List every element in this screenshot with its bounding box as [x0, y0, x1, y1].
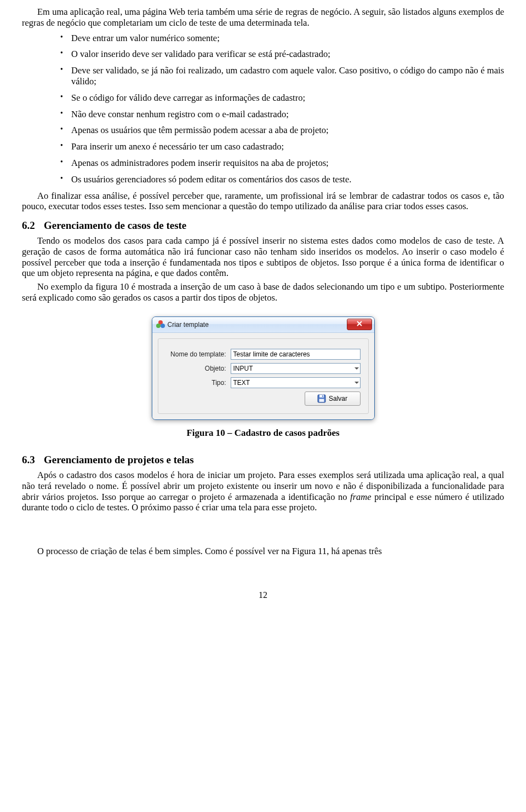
- close-icon: [357, 320, 362, 328]
- list-item: O valor inserido deve ser validado para …: [60, 49, 504, 60]
- combo-value: INPUT: [233, 365, 253, 372]
- svg-rect-1: [319, 395, 324, 398]
- list-item: Deve ser validado, se já não foi realiza…: [60, 65, 504, 87]
- dialog-window: Criar template Nome do template: Testar …: [152, 316, 375, 420]
- heading-title: Gerenciamento de casos de teste: [44, 220, 186, 231]
- combo-objeto[interactable]: INPUT: [231, 363, 361, 374]
- save-button[interactable]: Salvar: [305, 391, 361, 406]
- label-tipo: Tipo:: [166, 379, 231, 387]
- paragraph-63-2: O processo de criação de telas é bem sim…: [22, 546, 504, 557]
- label-objeto: Objeto:: [166, 365, 231, 372]
- page-number: 12: [22, 590, 504, 600]
- svg-rect-2: [319, 399, 324, 402]
- figure-caption-10: Figura 10 – Cadastro de casos padrões: [22, 428, 504, 439]
- input-nome-template[interactable]: Testar limite de caracteres: [231, 349, 361, 360]
- bullet-list: Deve entrar um valor numérico somente; O…: [22, 33, 504, 185]
- save-icon: [317, 394, 326, 403]
- input-value: Testar limite de caracteres: [233, 350, 310, 358]
- paragraph-intro: Em uma aplicação real, uma página Web te…: [22, 7, 504, 28]
- heading-6-2: 6.2Gerenciamento de casos de teste: [22, 220, 504, 232]
- dialog-title: Criar template: [168, 321, 209, 329]
- save-button-label: Salvar: [329, 395, 347, 402]
- heading-6-3: 6.3Gerenciamento de projetos e telas: [22, 454, 504, 467]
- paragraph-63-1: Após o cadastro dos casos modelos é hora…: [22, 470, 504, 513]
- app-icon: [156, 320, 165, 329]
- list-item: Não deve constar nenhum registro com o e…: [60, 109, 504, 120]
- paragraph-62-1: Tendo os modelos dos casos para cada cam…: [22, 235, 504, 279]
- dialog-titlebar[interactable]: Criar template: [152, 317, 374, 333]
- chevron-down-icon: [355, 382, 359, 384]
- close-button[interactable]: [347, 319, 372, 330]
- combo-tipo[interactable]: TEXT: [231, 377, 361, 388]
- label-nome-template: Nome do template:: [166, 350, 231, 358]
- list-item: Deve entrar um valor numérico somente;: [60, 33, 504, 44]
- chevron-down-icon: [355, 367, 359, 370]
- list-item: Apenas os usuários que têm permissão pod…: [60, 125, 504, 136]
- combo-value: TEXT: [233, 379, 250, 387]
- heading-title: Gerenciamento de projetos e telas: [44, 454, 194, 465]
- list-item: Os usuários gerenciadores só podem edita…: [60, 174, 504, 185]
- list-item: Apenas os administradores podem inserir …: [60, 158, 504, 169]
- list-item: Para inserir um anexo é necessário ter u…: [60, 141, 504, 152]
- list-item: Se o código for válido deve carregar as …: [60, 93, 504, 103]
- paragraph-62-2: No exemplo da figura 10 é mostrada a ins…: [22, 281, 504, 303]
- paragraph-after-bullets: Ao finalizar essa análise, é possível pe…: [22, 191, 504, 212]
- heading-number: 6.3: [22, 454, 44, 467]
- svg-rect-3: [322, 395, 323, 397]
- heading-number: 6.2: [22, 220, 44, 232]
- dialog-form-group: Nome do template: Testar limite de carac…: [158, 338, 369, 414]
